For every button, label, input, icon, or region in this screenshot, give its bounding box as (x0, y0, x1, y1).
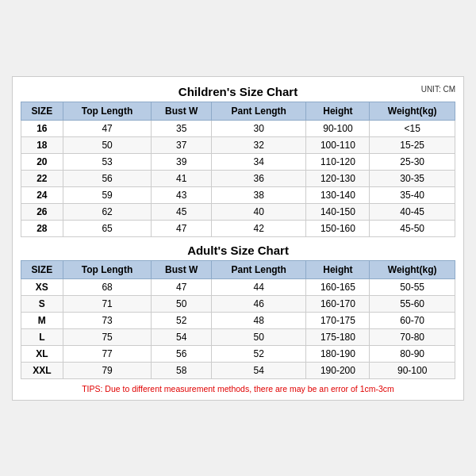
table-row: 24594338130-14035-40 (21, 186, 455, 203)
table-cell: 70-80 (370, 328, 455, 345)
table-cell: 26 (21, 203, 63, 220)
table-cell: 48 (212, 312, 306, 328)
table-row: XS684744160-16550-55 (21, 278, 455, 295)
table-cell: 50 (212, 328, 306, 345)
adult-table: SIZE Top Length Bust W Pant Length Heigh… (21, 260, 455, 379)
children-col-weight: Weight(kg) (370, 102, 455, 120)
children-col-top-length: Top Length (63, 102, 152, 120)
table-cell: 56 (63, 170, 152, 186)
chart-container: Children's Size Chart UNIT: CM SIZE Top … (12, 76, 464, 401)
table-cell: 36 (212, 170, 306, 186)
table-cell: 15-25 (370, 136, 455, 153)
table-cell: <15 (370, 120, 455, 136)
table-cell: 140-150 (306, 203, 370, 220)
table-cell: 45-50 (370, 220, 455, 236)
table-cell: 75 (63, 328, 152, 345)
table-cell: 52 (152, 312, 212, 328)
table-cell: 28 (21, 220, 63, 236)
table-cell: 50 (152, 295, 212, 312)
table-cell: 30 (212, 120, 306, 136)
table-cell: 130-140 (306, 186, 370, 203)
table-row: XL775652180-19080-90 (21, 345, 455, 362)
table-cell: 160-170 (306, 295, 370, 312)
table-cell: 59 (63, 186, 152, 203)
table-row: M735248170-17560-70 (21, 312, 455, 328)
table-cell: 39 (152, 153, 212, 170)
adult-section: Adult's Size Chart SIZE Top Length Bust … (21, 244, 455, 379)
table-row: 18503732100-11015-25 (21, 136, 455, 153)
table-cell: 24 (21, 186, 63, 203)
table-cell: 77 (63, 345, 152, 362)
table-cell: 47 (152, 220, 212, 236)
table-cell: 73 (63, 312, 152, 328)
table-row: L755450175-18070-80 (21, 328, 455, 345)
adult-header-row: SIZE Top Length Bust W Pant Length Heigh… (21, 260, 455, 278)
table-cell: 110-120 (306, 153, 370, 170)
table-cell: 90-100 (306, 120, 370, 136)
table-cell: XXL (21, 362, 63, 378)
adult-title: Adult's Size Chart (187, 244, 289, 257)
table-cell: 32 (212, 136, 306, 153)
table-cell: XL (21, 345, 63, 362)
adult-col-weight: Weight(kg) (370, 260, 455, 278)
table-cell: 53 (63, 153, 152, 170)
children-header-row: SIZE Top Length Bust W Pant Length Heigh… (21, 102, 455, 120)
table-cell: 160-165 (306, 278, 370, 295)
table-row: S715046160-17055-60 (21, 295, 455, 312)
table-cell: 150-160 (306, 220, 370, 236)
table-cell: 54 (152, 328, 212, 345)
table-cell: 175-180 (306, 328, 370, 345)
table-cell: 58 (152, 362, 212, 378)
table-row: 20533934110-12025-30 (21, 153, 455, 170)
table-cell: 43 (152, 186, 212, 203)
table-cell: 38 (212, 186, 306, 203)
adult-col-bust: Bust W (152, 260, 212, 278)
table-cell: 54 (212, 362, 306, 378)
children-col-height: Height (306, 102, 370, 120)
adult-col-pant-length: Pant Length (212, 260, 306, 278)
table-cell: 20 (21, 153, 63, 170)
table-cell: 100-110 (306, 136, 370, 153)
table-cell: 180-190 (306, 345, 370, 362)
table-cell: 68 (63, 278, 152, 295)
table-cell: 60-70 (370, 312, 455, 328)
table-row: XXL795854190-20090-100 (21, 362, 455, 378)
table-cell: 90-100 (370, 362, 455, 378)
table-cell: 50 (63, 136, 152, 153)
table-row: 28654742150-16045-50 (21, 220, 455, 236)
children-col-size: SIZE (21, 102, 63, 120)
table-cell: 47 (63, 120, 152, 136)
children-title-row: Children's Size Chart UNIT: CM (21, 85, 455, 98)
table-cell: 34 (212, 153, 306, 170)
children-title: Children's Size Chart (178, 85, 298, 98)
table-cell: 62 (63, 203, 152, 220)
table-cell: 16 (21, 120, 63, 136)
table-cell: 56 (152, 345, 212, 362)
children-table: SIZE Top Length Bust W Pant Length Heigh… (21, 102, 455, 237)
table-cell: 40-45 (370, 203, 455, 220)
table-row: 26624540140-15040-45 (21, 203, 455, 220)
tips-text: TIPS: Due to different measurement metho… (21, 384, 455, 393)
table-cell: L (21, 328, 63, 345)
table-cell: 47 (152, 278, 212, 295)
table-cell: 44 (212, 278, 306, 295)
table-cell: XS (21, 278, 63, 295)
table-cell: 190-200 (306, 362, 370, 378)
table-cell: 79 (63, 362, 152, 378)
table-cell: 41 (152, 170, 212, 186)
table-cell: 52 (212, 345, 306, 362)
table-cell: 35-40 (370, 186, 455, 203)
table-row: 1647353090-100<15 (21, 120, 455, 136)
adult-col-size: SIZE (21, 260, 63, 278)
table-cell: 22 (21, 170, 63, 186)
table-cell: 45 (152, 203, 212, 220)
table-cell: 80-90 (370, 345, 455, 362)
table-cell: 42 (212, 220, 306, 236)
adult-title-row: Adult's Size Chart (21, 244, 455, 257)
table-cell: 25-30 (370, 153, 455, 170)
table-cell: 30-35 (370, 170, 455, 186)
table-cell: 37 (152, 136, 212, 153)
table-cell: 40 (212, 203, 306, 220)
children-col-bust: Bust W (152, 102, 212, 120)
adult-col-height: Height (306, 260, 370, 278)
